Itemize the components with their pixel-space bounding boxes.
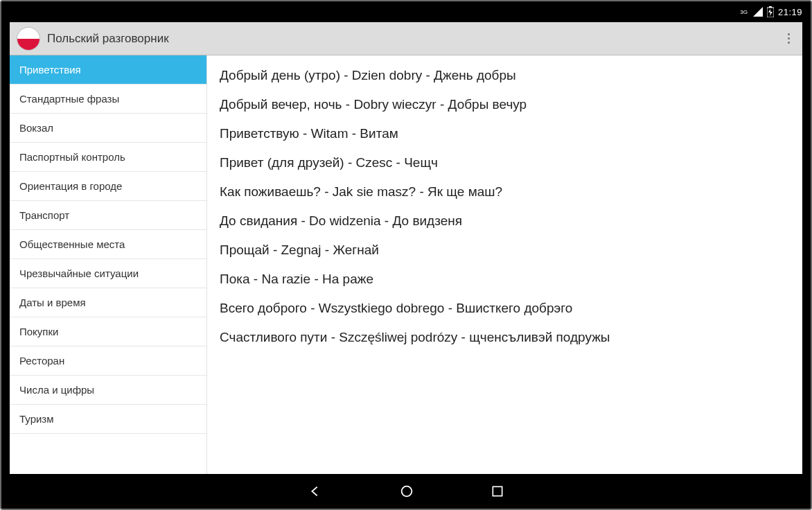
phrase-row[interactable]: Привет (для друзей) - Czesc - Чещч: [207, 148, 802, 177]
phrase-row[interactable]: Добрый вечер, ночь - Dobry wieczyr - Доб…: [207, 90, 802, 119]
status-bar: 3G 21:19: [1, 1, 811, 22]
sidebar-item[interactable]: Ресторан: [10, 346, 206, 376]
sidebar-item[interactable]: Покупки: [10, 317, 206, 346]
svg-rect-1: [769, 6, 772, 8]
content-pane[interactable]: Добрый день (утро) - Dzien dobry - Джень…: [207, 55, 802, 474]
phrase-row[interactable]: Добрый день (утро) - Dzien dobry - Джень…: [207, 61, 802, 90]
battery-charging-icon: [767, 6, 774, 17]
action-bar: Польский разговорник: [10, 22, 802, 55]
app-screen: Польский разговорник ПриветствияСтандарт…: [10, 22, 802, 474]
back-button[interactable]: [308, 484, 323, 499]
sidebar-item[interactable]: Общественные места: [10, 230, 206, 259]
signal-icon: [753, 7, 763, 17]
sidebar-item[interactable]: Даты и время: [10, 288, 206, 317]
sidebar-item[interactable]: Числа и цифры: [10, 376, 206, 405]
sidebar-item[interactable]: Чрезвычайные ситуации: [10, 259, 206, 288]
flag-icon: [17, 27, 40, 51]
sidebar-item[interactable]: Ориентация в городе: [10, 172, 206, 201]
svg-rect-3: [493, 486, 502, 495]
svg-point-2: [402, 486, 412, 497]
phrase-row[interactable]: До свидания - Do widzenia - До видзеня: [207, 206, 802, 236]
recent-apps-button[interactable]: [491, 484, 504, 498]
phrase-row[interactable]: Счастливого пути - Szczęśliwej podrózy -…: [207, 323, 802, 352]
sidebar-item[interactable]: Транспорт: [10, 201, 206, 230]
sidebar-item[interactable]: Паспортный контроль: [10, 143, 206, 172]
sidebar-item[interactable]: Приветствия: [10, 55, 206, 85]
body-row: ПриветствияСтандартные фразыВокзалПаспор…: [10, 55, 802, 474]
phrase-row[interactable]: Как поживаешь? - Jak sie masz? - Як ще м…: [207, 177, 802, 206]
phrase-row[interactable]: Пока - Na razie - На раже: [207, 265, 802, 294]
phrase-row[interactable]: Всего доброго - Wszystkiego dobrego - Вш…: [207, 294, 802, 323]
sidebar-item[interactable]: Туризм: [10, 405, 206, 434]
sidebar[interactable]: ПриветствияСтандартные фразыВокзалПаспор…: [10, 55, 207, 474]
sidebar-item[interactable]: Вокзал: [10, 114, 206, 143]
tablet-frame: 3G 21:19 Польский разговорник Приветстви…: [0, 0, 812, 510]
network-label: 3G: [740, 9, 748, 15]
phrase-row[interactable]: Приветствую - Witam - Витам: [207, 119, 802, 148]
home-button[interactable]: [399, 484, 414, 499]
overflow-menu-button[interactable]: [782, 29, 795, 48]
status-clock: 21:19: [778, 7, 802, 17]
phrase-row[interactable]: Прощай - Zegnaj - Жегнай: [207, 236, 802, 265]
sidebar-item[interactable]: Стандартные фразы: [10, 85, 206, 114]
app-title: Польский разговорник: [47, 32, 782, 46]
navigation-bar: [1, 474, 811, 509]
